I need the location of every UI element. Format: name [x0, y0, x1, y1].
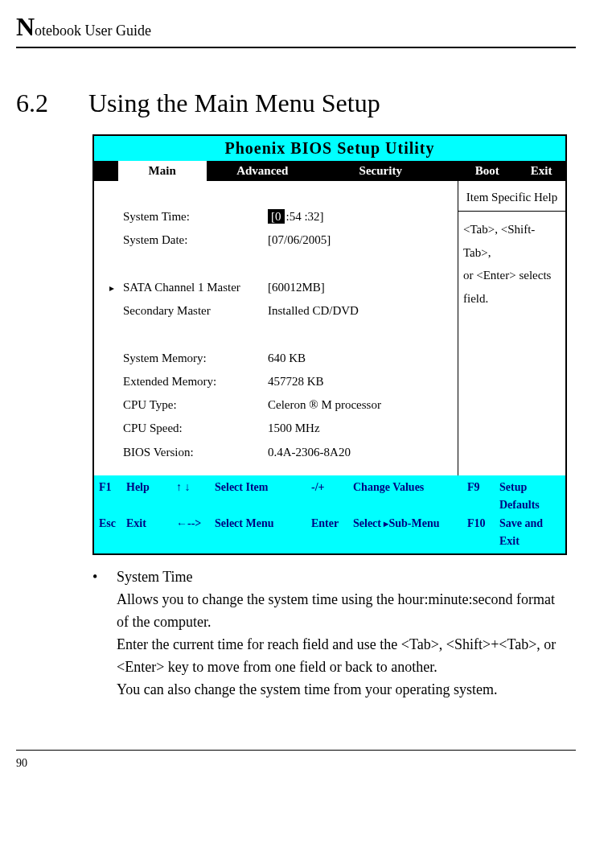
paragraph: You can also change the system time from…: [117, 679, 567, 701]
footer-label: Save and Exit: [499, 515, 561, 551]
body-text: • System Time Allows you to change the s…: [92, 566, 567, 701]
footer-key: F10: [467, 515, 499, 551]
value-cpu-type: Celeron ® M processor: [268, 393, 451, 417]
label-bios-version: BIOS Version:: [123, 441, 268, 464]
paragraph: Enter the current time for reach field a…: [117, 634, 567, 679]
section-number: 6.2: [16, 88, 88, 118]
help-line: or <Enter> selects: [463, 264, 561, 287]
label-system-memory: System Memory:: [123, 347, 268, 370]
label-system-date: System Date:: [123, 228, 268, 252]
label-cpu-speed: CPU Speed:: [123, 417, 268, 440]
header-initial: N: [16, 12, 35, 41]
footer-label: Setup Defaults: [499, 479, 561, 515]
menubar-spacer: [443, 161, 458, 181]
help-line: field.: [463, 287, 561, 311]
footer-key: -/+: [311, 479, 353, 515]
time-hour-field[interactable]: [0: [268, 209, 285, 224]
value-system-time[interactable]: [0:54 :32]: [268, 205, 451, 228]
footer-key: ↑ ↓: [176, 479, 215, 515]
section-heading: 6.2 Using the Main Menu Setup: [16, 88, 576, 118]
section-title: Using the Main Menu Setup: [88, 88, 380, 118]
footer-key: F9: [467, 479, 499, 515]
page-footer: 90: [16, 750, 576, 770]
footer-key: Enter: [311, 515, 353, 551]
footer-label: Select Item: [215, 479, 311, 515]
footer-label: Select Menu: [215, 515, 311, 551]
footer-label: Help: [126, 479, 176, 515]
value-sata-channel: [60012MB]: [268, 276, 451, 299]
paragraph: Allows you to change the system time usi…: [117, 589, 567, 634]
label-sata-channel[interactable]: SATA Channel 1 Master: [123, 276, 268, 299]
bullet-icon: •: [92, 566, 117, 701]
label-secondary-master: Secondary Master: [123, 299, 268, 323]
bullet-title: System Time: [117, 566, 567, 589]
value-bios-version: 0.4A-2306-8A20: [268, 441, 451, 464]
submenu-arrow-icon: [101, 276, 123, 299]
tab-exit[interactable]: Exit: [517, 161, 565, 181]
bios-help-panel: Item Specific Help <Tab>, <Shift-Tab>, o…: [458, 181, 565, 475]
value-system-date[interactable]: [07/06/2005]: [268, 228, 451, 252]
footer-key: Esc: [99, 515, 126, 551]
help-body: <Tab>, <Shift-Tab>, or <Enter> selects f…: [458, 212, 565, 316]
bios-footer: F1 Help ↑ ↓ Select Item -/+ Change Value…: [94, 475, 565, 554]
value-cpu-speed: 1500 MHz: [268, 417, 451, 440]
label-cpu-type: CPU Type:: [123, 393, 268, 417]
value-system-memory: 640 KB: [268, 347, 451, 370]
tab-advanced[interactable]: Advanced: [207, 161, 319, 181]
time-rest: :54 :32]: [286, 210, 324, 223]
header-rest: otebook User Guide: [35, 23, 151, 39]
value-secondary-master: Installed CD/DVD: [268, 299, 451, 323]
label-extended-memory: Extended Memory:: [123, 370, 268, 393]
tab-main[interactable]: Main: [118, 161, 207, 181]
bios-main-area: System Time: [0:54 :32] System Date: [07…: [94, 181, 458, 475]
page-header: Notebook User Guide: [16, 12, 576, 48]
value-extended-memory: 457728 KB: [268, 370, 451, 393]
footer-label: Select Sub-Menu: [353, 515, 467, 551]
bios-menubar: Main Advanced Security Boot Exit: [94, 161, 565, 181]
label-system-time: System Time:: [123, 205, 268, 228]
footer-label: Exit: [126, 515, 176, 551]
page-number: 90: [16, 757, 27, 769]
tab-boot[interactable]: Boot: [457, 161, 517, 181]
footer-select-text: Select: [353, 517, 384, 529]
help-title: Item Specific Help: [458, 181, 565, 212]
footer-key: F1: [99, 479, 126, 515]
footer-label: Change Values: [353, 479, 467, 515]
footer-key: ←-->: [176, 515, 215, 551]
bios-title: Phoenix BIOS Setup Utility: [94, 136, 565, 161]
menubar-spacer: [94, 161, 118, 181]
footer-submenu-text: Sub-Menu: [388, 517, 439, 529]
bios-panel: Phoenix BIOS Setup Utility Main Advanced…: [92, 134, 567, 555]
help-line: <Tab>, <Shift-Tab>,: [463, 218, 561, 264]
tab-security[interactable]: Security: [318, 161, 442, 181]
